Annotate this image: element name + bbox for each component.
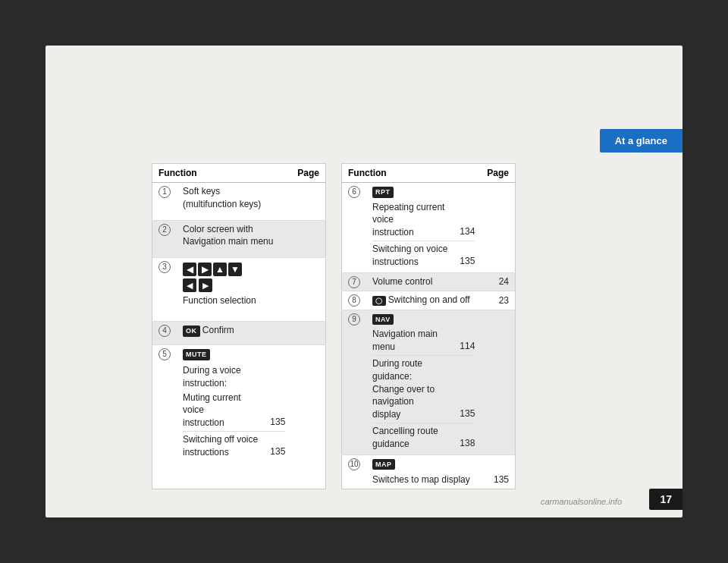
row-function: MAP Switches to map display bbox=[366, 454, 481, 489]
table-row: 2 Color screen withNavigation main menu bbox=[152, 220, 326, 258]
rpt-badge: RPT bbox=[372, 187, 394, 198]
row-number: 4 bbox=[152, 322, 177, 345]
mute-page1: 135 bbox=[264, 390, 285, 432]
row-number: 6 bbox=[342, 183, 367, 273]
nav-page3: 138 bbox=[453, 423, 475, 451]
arrow-buttons-row: ◀ ▶ ▲ ▼ bbox=[183, 263, 285, 276]
table-row: Navigation main menu 114 bbox=[372, 326, 475, 355]
row-page: 23 bbox=[481, 291, 515, 310]
page-number: 17 bbox=[649, 489, 682, 510]
row-number: 2 bbox=[152, 220, 177, 258]
right-col-function: Function bbox=[342, 164, 482, 183]
table-row: Muting current voiceinstruction 135 bbox=[183, 390, 285, 432]
row-page bbox=[481, 183, 515, 273]
row-page bbox=[291, 183, 325, 221]
row-number: 3 bbox=[152, 258, 177, 322]
down-arrow-btn[interactable]: ▼ bbox=[228, 263, 242, 276]
row-number: 8 bbox=[342, 291, 367, 310]
mute-page2: 135 bbox=[264, 431, 285, 460]
row-function: ◯ Switching on and off bbox=[366, 291, 481, 310]
map-label: Switches to map display bbox=[372, 473, 475, 486]
row-page bbox=[481, 310, 515, 454]
row-function: NAV Navigation main menu 114 During rout… bbox=[366, 310, 481, 454]
fwd-btn[interactable]: ▶ bbox=[199, 278, 212, 292]
row-page bbox=[291, 322, 325, 345]
mute-badge: MUTE bbox=[183, 349, 210, 360]
rpt-page2: 135 bbox=[453, 241, 475, 269]
table-row: 5 MUTE During a voice instruction: Mutin… bbox=[152, 345, 326, 489]
mute-row1: Muting current voiceinstruction bbox=[183, 390, 264, 432]
rpt-row1: Repeating current voiceinstruction bbox=[372, 200, 453, 241]
row-function: Color screen withNavigation main menu bbox=[177, 220, 291, 258]
row-number: 5 bbox=[152, 345, 177, 489]
row-number: 10 bbox=[342, 454, 367, 489]
row-function: ◀ ▶ ▲ ▼ ◀ ▶ Function selection bbox=[177, 258, 291, 322]
row-function: Volume control bbox=[366, 272, 481, 291]
nav-page1: 114 bbox=[453, 326, 475, 355]
back-btn[interactable]: ◀ bbox=[183, 278, 196, 292]
table-row: Cancelling route guidance 138 bbox=[372, 423, 475, 451]
left-arrow-btn[interactable]: ◀ bbox=[183, 263, 196, 276]
row-function: MUTE During a voice instruction: Muting … bbox=[177, 345, 291, 489]
sw-badge: ◯ bbox=[372, 296, 386, 306]
row-function: Soft keys(multifunction keys) bbox=[177, 183, 291, 221]
content-area: At a glance 17 Function Page 1 Soft keys… bbox=[46, 46, 682, 517]
left-function-table: Function Page 1 Soft keys(multifunction … bbox=[152, 163, 326, 489]
row-number: 9 bbox=[342, 310, 367, 454]
row-number: 1 bbox=[152, 183, 177, 221]
nav-page2: 135 bbox=[453, 355, 475, 423]
table-row: Repeating current voiceinstruction 134 bbox=[372, 200, 475, 241]
nav-row2: During route guidance:Change over to nav… bbox=[372, 355, 453, 423]
nav-badge: NAV bbox=[372, 314, 394, 326]
right-function-table: Function Page 6 RPT Repeating current vo… bbox=[341, 163, 516, 489]
table-row: Switching on voiceinstructions 135 bbox=[372, 241, 475, 269]
table-row: 9 NAV Navigation main menu 114 During ro… bbox=[342, 310, 516, 454]
up-arrow-btn[interactable]: ▲ bbox=[213, 263, 227, 276]
row-page bbox=[291, 220, 325, 258]
rpt-row2: Switching on voiceinstructions bbox=[372, 241, 453, 269]
watermark: carmanualsonline.info bbox=[541, 497, 622, 506]
right-col-page: Page bbox=[481, 164, 515, 183]
row-page bbox=[291, 258, 325, 322]
map-badge: MAP bbox=[372, 459, 395, 470]
mute-instruction-label: During a voice instruction: bbox=[183, 364, 285, 390]
table-row: 4 OK Confirm bbox=[152, 322, 326, 345]
mute-row2: Switching off voiceinstructions bbox=[183, 431, 264, 460]
row-page bbox=[291, 345, 325, 489]
nav-row1: Navigation main menu bbox=[372, 326, 453, 355]
row-page: 24 bbox=[481, 272, 515, 291]
function-selection-label: Function selection bbox=[183, 294, 285, 307]
left-col-page: Page bbox=[291, 164, 325, 183]
left-col-function: Function bbox=[152, 164, 292, 183]
right-arrow-btn[interactable]: ▶ bbox=[198, 263, 212, 276]
at-a-glance-tab: At a glance bbox=[600, 129, 682, 153]
row-number: 7 bbox=[342, 272, 367, 291]
ok-badge: OK bbox=[183, 326, 200, 337]
table-row: Switching off voiceinstructions 135 bbox=[183, 431, 285, 460]
nav-row3: Cancelling route guidance bbox=[372, 423, 453, 451]
tables-container: Function Page 1 Soft keys(multifunction … bbox=[152, 163, 516, 489]
row-function: OK Confirm bbox=[177, 322, 291, 345]
row-page: 135 bbox=[481, 454, 515, 489]
table-row: 7 Volume control 24 bbox=[342, 272, 516, 291]
rpt-page1: 134 bbox=[453, 200, 475, 241]
row-function: RPT Repeating current voiceinstruction 1… bbox=[366, 183, 481, 273]
table-row: 8 ◯ Switching on and off 23 bbox=[342, 291, 516, 310]
table-row: 3 ◀ ▶ ▲ ▼ ◀ ▶ Function selection bbox=[152, 258, 326, 322]
table-row: 1 Soft keys(multifunction keys) bbox=[152, 183, 326, 221]
table-row: 6 RPT Repeating current voiceinstruction… bbox=[342, 183, 516, 273]
table-row: During route guidance:Change over to nav… bbox=[372, 355, 475, 423]
table-row: 10 MAP Switches to map display 135 bbox=[342, 454, 516, 489]
